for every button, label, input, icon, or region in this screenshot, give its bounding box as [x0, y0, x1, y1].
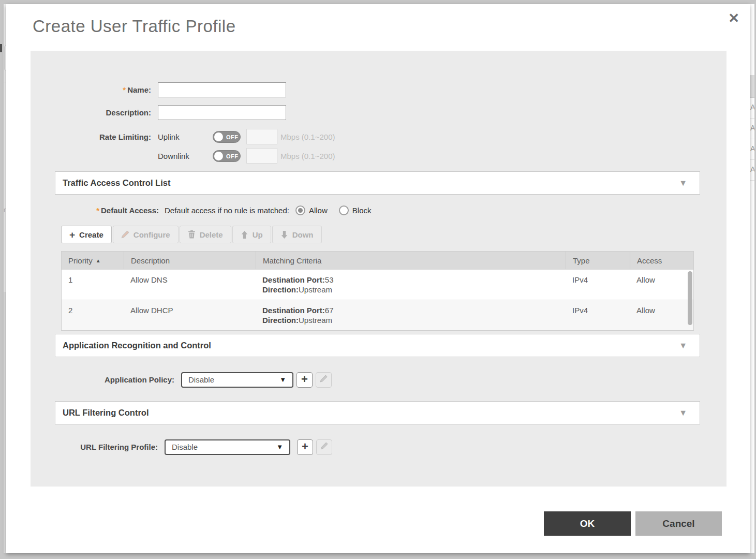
trash-icon — [188, 230, 196, 239]
downlink-rate-hint: Mbps (0.1~200) — [280, 152, 335, 160]
radio-block-label: Block — [352, 206, 372, 215]
create-user-traffic-profile-dialog: Create User Traffic Profile ✕ *Name: Des… — [6, 4, 750, 553]
background-table-row-fragment: A — [750, 160, 754, 181]
toggle-knob-icon — [214, 133, 223, 141]
radio-selected-icon — [295, 205, 305, 215]
rate-limiting-label: Rate Limiting: — [31, 133, 158, 141]
column-header-matching-criteria[interactable]: Matching Criteria — [256, 252, 566, 269]
arrow-down-icon — [280, 231, 288, 239]
edit-url-filtering-profile-button[interactable] — [316, 439, 332, 455]
section-url-filtering-control[interactable]: URL Filtering Control ▼ — [55, 401, 700, 424]
background-table-row-fragment: A — [750, 98, 754, 119]
column-header-priority[interactable]: Priority ▲ — [62, 252, 124, 269]
column-header-type[interactable]: Type — [566, 252, 630, 269]
description-input[interactable] — [158, 105, 286, 120]
downlink-label: Downlink — [158, 152, 213, 160]
downlink-mbps-input — [246, 148, 277, 164]
column-header-access[interactable]: Access — [630, 252, 693, 269]
radio-block[interactable]: Block — [339, 205, 372, 215]
column-header-description[interactable]: Description — [124, 252, 256, 269]
background-table-sliver: A A A A — [750, 4, 754, 553]
description-label: Description: — [31, 108, 158, 117]
cell-priority: 1 — [62, 270, 124, 300]
dialog-title: Create User Traffic Profile — [33, 17, 236, 36]
pencil-icon — [121, 230, 129, 239]
edit-application-policy-button[interactable] — [316, 372, 332, 388]
toggle-state-label: OFF — [226, 134, 239, 140]
add-url-filtering-profile-button[interactable]: + — [297, 439, 313, 455]
name-input[interactable] — [158, 82, 286, 97]
move-down-button[interactable]: Down — [272, 226, 322, 243]
section-title: Application Recognition and Control — [63, 341, 211, 350]
uplink-rate-toggle[interactable]: OFF — [213, 131, 241, 143]
create-button[interactable]: + Create — [61, 226, 112, 243]
application-policy-label: Application Policy: — [31, 375, 181, 384]
toggle-state-label: OFF — [226, 153, 239, 159]
cell-matching-criteria: Destination Port:67 Direction:Upstream — [256, 300, 566, 330]
cell-description: Allow DNS — [124, 270, 256, 300]
pencil-icon — [320, 442, 328, 452]
radio-allow-label: Allow — [309, 206, 328, 215]
application-policy-select[interactable]: Disable ▼ — [181, 372, 293, 388]
section-traffic-access-control-list[interactable]: Traffic Access Control List ▼ — [55, 171, 700, 195]
select-value: Disable — [172, 443, 198, 451]
acl-toolbar: + Create Configure Delete Up Down — [61, 226, 322, 243]
section-title: Traffic Access Control List — [63, 178, 170, 188]
radio-unselected-icon — [339, 205, 349, 215]
background-table-row-fragment: A — [750, 119, 754, 139]
default-access-label: *Default Access: — [31, 206, 159, 215]
cell-priority: 2 — [62, 300, 124, 330]
background-notch — [0, 44, 2, 52]
cell-access: Allow — [630, 300, 693, 330]
required-asterisk: * — [96, 206, 99, 215]
table-scrollbar[interactable] — [688, 271, 692, 325]
close-icon[interactable]: ✕ — [728, 11, 739, 25]
section-title: URL Filtering Control — [63, 408, 149, 418]
collapse-caret-icon[interactable]: ▼ — [679, 408, 687, 418]
acl-table-header: Priority ▲ Description Matching Criteria… — [62, 252, 693, 269]
background-table-header-fragment — [750, 75, 754, 98]
cell-matching-criteria: Destination Port:53 Direction:Upstream — [256, 270, 566, 300]
cell-type: IPv4 — [566, 300, 630, 330]
background-table-row-fragment: A — [750, 139, 754, 160]
default-access-row: *Default Access: Default access if no ru… — [31, 205, 372, 215]
delete-button[interactable]: Delete — [180, 226, 231, 243]
acl-table: Priority ▲ Description Matching Criteria… — [61, 251, 694, 331]
uplink-label: Uplink — [158, 133, 213, 141]
toggle-knob-icon — [214, 152, 223, 160]
uplink-mbps-input — [246, 129, 277, 144]
add-application-policy-button[interactable]: + — [297, 372, 313, 388]
chevron-down-icon: ▼ — [279, 376, 286, 384]
sort-asc-icon: ▲ — [96, 258, 101, 263]
uplink-rate-hint: Mbps (0.1~200) — [280, 133, 335, 141]
ok-button[interactable]: OK — [544, 511, 631, 536]
arrow-up-icon — [241, 231, 248, 239]
plus-icon: + — [69, 230, 75, 240]
required-asterisk: * — [123, 85, 126, 94]
radio-allow[interactable]: Allow — [295, 205, 328, 215]
downlink-rate-toggle[interactable]: OFF — [213, 150, 241, 162]
name-label: *Name: — [31, 85, 158, 94]
chevron-down-icon: ▼ — [276, 443, 283, 451]
default-access-description: Default access if no rule is matched: — [165, 206, 289, 215]
table-row[interactable]: 1 Allow DNS Destination Port:53 Directio… — [62, 269, 693, 300]
dialog-body-panel: *Name: Description: Rate Limiting: Uplin… — [31, 51, 727, 487]
cell-type: IPv4 — [566, 270, 630, 300]
pencil-icon — [320, 375, 328, 385]
url-filtering-profile-select[interactable]: Disable ▼ — [165, 439, 290, 455]
table-row[interactable]: 2 Allow DHCP Destination Port:67 Directi… — [62, 300, 693, 330]
cancel-button[interactable]: Cancel — [635, 511, 722, 536]
configure-button[interactable]: Configure — [113, 226, 179, 243]
cell-description: Allow DHCP — [124, 300, 256, 330]
cell-access: Allow — [630, 270, 693, 300]
move-up-button[interactable]: Up — [232, 226, 271, 243]
url-filtering-profile-label: URL Filtering Profile: — [31, 443, 165, 451]
section-application-recognition-control[interactable]: Application Recognition and Control ▼ — [55, 334, 700, 357]
collapse-caret-icon[interactable]: ▼ — [679, 179, 687, 188]
collapse-caret-icon[interactable]: ▼ — [679, 341, 687, 350]
select-value: Disable — [188, 375, 214, 384]
